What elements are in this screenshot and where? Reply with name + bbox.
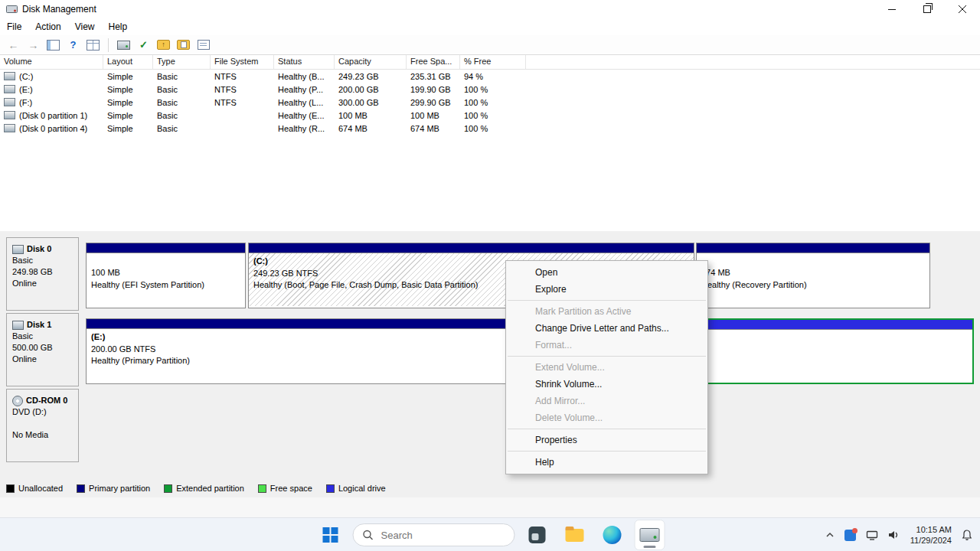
menu-item-change-drive-letter[interactable]: Change Drive Letter and Paths...: [506, 320, 707, 337]
volume-icon[interactable]: [888, 530, 900, 540]
volume-row-c[interactable]: (C:) Simple Basic NTFS Healthy (B... 249…: [0, 70, 980, 83]
cdrom-label[interactable]: CD-ROM 0 DVD (D:) No Media: [6, 389, 79, 462]
toolbar: ← → ? ✓ ↑: [0, 35, 980, 55]
restore-button[interactable]: [910, 0, 945, 18]
search-input[interactable]: [380, 529, 498, 542]
menu-separator: [508, 451, 706, 452]
clock[interactable]: 10:15 AM 11/29/2024: [910, 524, 952, 546]
col-filesystem[interactable]: File System: [211, 55, 274, 69]
col-layout[interactable]: Layout: [103, 55, 153, 69]
menu-separator: [508, 300, 706, 301]
help-icon: ?: [70, 39, 77, 51]
disk-management-window: Disk Management File Action View Help ← …: [0, 0, 980, 497]
forward-icon: →: [28, 40, 39, 51]
volume-row-partition4[interactable]: (Disk 0 partition 4) Simple Basic Health…: [0, 122, 980, 135]
partition-color-bar: [87, 319, 508, 329]
open-button[interactable]: ↑: [155, 37, 172, 54]
detail-view-icon: [87, 40, 100, 51]
back-button[interactable]: ←: [5, 37, 22, 54]
forward-button[interactable]: →: [24, 37, 42, 54]
notifications-bell-icon[interactable]: [962, 530, 972, 541]
disk1-e-partition[interactable]: (E:) 200.00 GB NTFS Healthy (Primary Par…: [86, 318, 508, 384]
menu-action[interactable]: Action: [28, 19, 67, 34]
menu-item-delete-volume: Delete Volume...: [506, 409, 707, 426]
extended-partition-color-swatch: [164, 484, 172, 493]
open-folder-icon: ↑: [157, 40, 170, 50]
console-tree-button[interactable]: [44, 37, 62, 54]
volume-list-pane: Volume Layout Type File System Status Ca…: [0, 55, 980, 231]
check-disk-button[interactable]: ✓: [135, 37, 152, 54]
check-icon: ✓: [139, 40, 148, 50]
col-pctfree[interactable]: % Free: [460, 55, 526, 69]
taskbar-search[interactable]: [353, 523, 515, 546]
menu-item-extend-volume: Extend Volume...: [506, 359, 707, 376]
volume-icon: [4, 111, 15, 119]
menu-item-help[interactable]: Help: [506, 454, 707, 471]
col-type[interactable]: Type: [153, 55, 211, 69]
close-button[interactable]: [945, 0, 980, 18]
disk0-label[interactable]: Disk 0 Basic 249.98 GB Online: [6, 237, 79, 311]
hidden-icons-chevron-icon[interactable]: [825, 532, 835, 538]
menu-view[interactable]: View: [68, 19, 102, 34]
document-icon: [181, 41, 187, 48]
disk-action-icon: [117, 41, 130, 50]
detail-view-button[interactable]: [84, 37, 102, 54]
menu-item-shrink-volume[interactable]: Shrink Volume...: [506, 376, 707, 393]
volume-row-e[interactable]: (E:) Simple Basic NTFS Healthy (P... 200…: [0, 83, 980, 96]
properties-icon: [198, 40, 210, 50]
volume-row-partition1[interactable]: (Disk 0 partition 1) Simple Basic Health…: [0, 109, 980, 122]
menu-help[interactable]: Help: [102, 19, 135, 34]
menu-item-open[interactable]: Open: [506, 264, 707, 281]
taskbar-disk-management[interactable]: [635, 520, 665, 550]
volume-row-f[interactable]: (F:) Simple Basic NTFS Healthy (L... 300…: [0, 96, 980, 109]
menubar: File Action View Help: [0, 18, 980, 35]
col-volume[interactable]: Volume: [0, 55, 103, 69]
unallocated-color-swatch: [6, 484, 15, 493]
disk-action-button[interactable]: [115, 37, 132, 54]
disk1-label[interactable]: Disk 1 Basic 500.00 GB Online: [6, 313, 79, 386]
cd-rom-icon: [12, 396, 23, 406]
legend-extended-partition: Extended partition: [164, 484, 244, 493]
volume-icon: [4, 85, 15, 93]
file-explorer-icon: [566, 529, 584, 542]
start-button[interactable]: [315, 520, 346, 550]
help-button[interactable]: ?: [64, 37, 82, 54]
tray-app-icon[interactable]: [844, 530, 856, 541]
disk0-row: Disk 0 Basic 249.98 GB Online 100 MB Hea…: [6, 237, 974, 311]
menu-file[interactable]: File: [0, 19, 28, 34]
free-space-color-swatch: [258, 484, 266, 493]
partition-color-bar: [697, 243, 929, 253]
hdd-icon: [12, 245, 24, 254]
disk1-row: Disk 1 Basic 500.00 GB Online (E:) 200.0…: [6, 313, 974, 387]
close-icon: [959, 5, 966, 13]
desktop-strip: [0, 497, 980, 517]
network-icon[interactable]: [866, 530, 878, 540]
disk0-efi-partition[interactable]: 100 MB Healthy (EFI System Partition): [86, 243, 246, 308]
clock-time: 10:15 AM: [916, 524, 952, 535]
menu-item-mark-partition-active: Mark Partition as Active: [506, 303, 707, 320]
volume-icon: [4, 98, 15, 106]
explore-button[interactable]: [175, 37, 192, 54]
window-controls: [874, 0, 980, 18]
col-status[interactable]: Status: [274, 55, 335, 69]
taskbar-app-dark[interactable]: [522, 520, 553, 550]
menu-item-properties[interactable]: Properties: [506, 432, 707, 448]
primary-partition-color-swatch: [77, 484, 85, 493]
up-arrow-icon: ↑: [162, 41, 165, 48]
legend: Unallocated Primary partition Extended p…: [6, 481, 386, 496]
col-capacity[interactable]: Capacity: [335, 55, 407, 69]
taskbar-file-explorer[interactable]: [560, 520, 590, 550]
properties-button[interactable]: [194, 37, 212, 54]
menu-item-add-mirror: Add Mirror...: [506, 393, 707, 409]
volume-icon: [4, 72, 15, 80]
hdd-icon: [12, 321, 24, 330]
minimize-button[interactable]: [874, 0, 910, 18]
window-title: Disk Management: [22, 4, 96, 15]
col-freespace[interactable]: Free Spa...: [407, 55, 460, 69]
taskbar-edge[interactable]: [597, 520, 628, 550]
disk0-recovery-partition[interactable]: 674 MB Healthy (Recovery Partition): [696, 243, 930, 308]
taskbar: 10:15 AM 11/29/2024: [0, 517, 980, 551]
volume-list-header: Volume Layout Type File System Status Ca…: [0, 55, 980, 70]
menu-item-explore[interactable]: Explore: [506, 281, 707, 298]
taskbar-center: [315, 518, 665, 551]
